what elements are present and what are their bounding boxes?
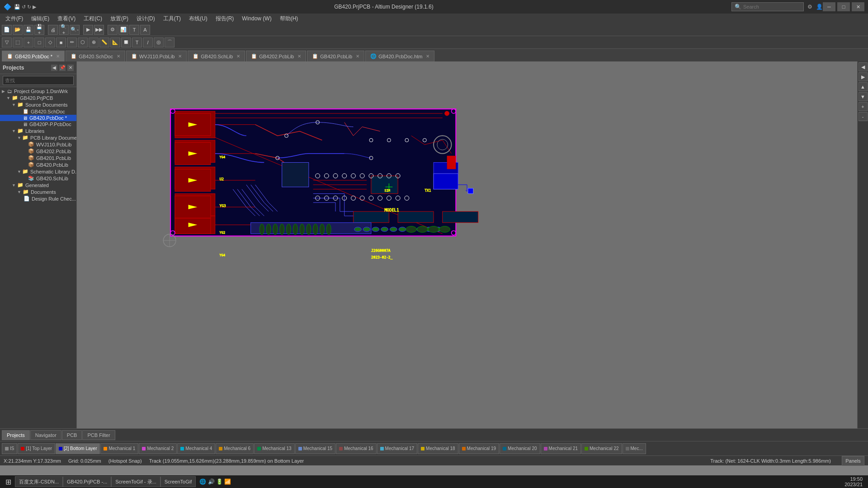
tb2-snap[interactable]: ⊕ xyxy=(89,38,99,47)
tab-gb420lib[interactable]: 📋 GB420.SchLib ✕ xyxy=(188,51,245,61)
tree-item-pcb-library-docs[interactable]: ▼📁PCB Library Docume... xyxy=(0,134,76,141)
rt-btn-5[interactable]: + xyxy=(859,102,868,111)
menu-item-edit[interactable]: 编辑(E) xyxy=(28,14,53,23)
pcb-canvas-area[interactable]: U2 YG3 YG2 YG4 YG4 SIM TX1 MODEL1 J26G00… xyxy=(77,61,857,428)
tree-item-design-rule-check[interactable]: 📄Design Rule Chec... xyxy=(0,195,76,202)
layer-tab-mech22[interactable]: Mechanical 22 xyxy=(581,443,622,454)
tb2-via[interactable]: ◎ xyxy=(154,38,164,47)
tb-saveall[interactable]: 💾+ xyxy=(34,25,44,35)
tab-close-wvj110[interactable]: ✕ xyxy=(178,54,182,59)
rt-btn-1[interactable]: ◀ xyxy=(859,62,868,71)
layer-tab-mech20[interactable]: Mechanical 20 xyxy=(500,443,540,454)
tab-close-pcbdoc[interactable]: ✕ xyxy=(56,54,60,59)
tb2-measure[interactable]: 📐 xyxy=(110,38,120,47)
tb2-fill[interactable]: ■ xyxy=(56,38,66,47)
layer-tab-mech16[interactable]: Mechanical 16 xyxy=(336,443,376,454)
tree-item-project-group[interactable]: ▶🗂Project Group 1.DsnWrk xyxy=(0,88,76,94)
tb-save[interactable]: 💾 xyxy=(24,25,33,35)
menu-item-place[interactable]: 放置(P) xyxy=(107,14,132,23)
tb-compile[interactable]: ▶ xyxy=(83,25,93,35)
tb-extra1[interactable]: ⚙ xyxy=(108,25,118,35)
rt-btn-6[interactable]: - xyxy=(859,112,868,121)
sidebar-search-input[interactable] xyxy=(3,76,74,85)
layer-tab-mech6[interactable]: Mechanical 6 xyxy=(216,443,254,454)
tb2-filter[interactable]: ▽ xyxy=(2,38,12,47)
layer-tab-mech21[interactable]: Mechanical 21 xyxy=(541,443,581,454)
settings-icon[interactable]: ⚙ xyxy=(807,4,812,10)
taskbar-item-screentogif2[interactable]: ScreenToGif xyxy=(160,476,196,487)
tree-item-gb4201-pcblib[interactable]: 📦GB4201.PcbLib xyxy=(0,155,76,161)
nav-tab-navigator[interactable]: Navigator xyxy=(30,430,61,440)
tb-extra2[interactable]: 📊 xyxy=(118,25,128,35)
rt-btn-3[interactable]: ▲ xyxy=(859,82,868,91)
tab-wvj110[interactable]: 📋 WVJ110.PcbLib ✕ xyxy=(126,51,187,61)
layer-tab-mech18[interactable]: Mechanical 18 xyxy=(418,443,458,454)
taskbar-item-screentogif[interactable]: ScreenToGif - 录... xyxy=(111,476,160,487)
tree-item-schematic-lib-docs[interactable]: ▼📁Schematic Library D... xyxy=(0,168,76,175)
tree-item-gb420-schdoc[interactable]: 📋GB420.SchDoc xyxy=(0,108,76,115)
sidebar-pin-btn[interactable]: 📌 xyxy=(59,65,66,71)
layer-tab-mech4[interactable]: Mechanical 4 xyxy=(177,443,215,454)
tree-item-gb420-prjpcb[interactable]: ▼📁GB420.PrjPCB xyxy=(0,94,76,101)
minimize-button[interactable]: ─ xyxy=(823,2,835,11)
user-icon[interactable]: 👤 xyxy=(816,4,823,10)
tree-item-wvj110-pcblib[interactable]: 📦WVJ110.PcbLib xyxy=(0,141,76,148)
search-input[interactable] xyxy=(743,4,797,9)
tb2-route[interactable]: ✏ xyxy=(67,38,77,47)
nav-tab-pcb-filter[interactable]: PCB Filter xyxy=(82,430,115,440)
tb-run[interactable]: ▶▶ xyxy=(94,25,104,35)
menu-item-report[interactable]: 报告(R) xyxy=(212,14,238,23)
layer-tab-mec-more[interactable]: Mec... xyxy=(623,443,646,454)
tab-gb420pcblib2[interactable]: 📋 GB420.PcbLib ✕ xyxy=(307,51,364,61)
sidebar-close-btn[interactable]: ✕ xyxy=(67,65,74,71)
tb2-line[interactable]: / xyxy=(143,38,153,47)
layer-tab-is[interactable]: IS xyxy=(2,443,17,454)
tb-extra4[interactable]: A xyxy=(140,25,150,35)
tab-close-schdoc[interactable]: ✕ xyxy=(117,54,120,59)
title-search-box[interactable]: 🔍 xyxy=(731,2,804,11)
tb2-rect[interactable]: □ xyxy=(34,38,44,47)
rt-btn-4[interactable]: ▼ xyxy=(859,92,868,101)
layer-tab-mech19[interactable]: Mechanical 19 xyxy=(459,443,499,454)
layer-tab-mech13[interactable]: Mechanical 13 xyxy=(254,443,294,454)
tb-zoom-in[interactable]: 🔍+ xyxy=(59,25,69,35)
tab-pcbdoc[interactable]: 📋 GB420.PcbDoc * ✕ xyxy=(2,51,65,61)
sidebar-toggle-btn[interactable]: ◀ xyxy=(51,65,57,71)
menu-item-window[interactable]: Window (W) xyxy=(238,14,275,23)
tb-zoom-out[interactable]: 🔍- xyxy=(70,25,80,35)
tb-print[interactable]: 🖨 xyxy=(48,25,58,35)
tb2-place[interactable]: 🔲 xyxy=(121,38,131,47)
rt-btn-2[interactable]: ▶ xyxy=(859,72,868,81)
taskbar-item-chrome[interactable]: 百度文库-CSDN... xyxy=(15,476,63,487)
layer-tab-mech17[interactable]: Mechanical 17 xyxy=(377,443,417,454)
tab-gb420htm[interactable]: 🌐 GB420.PcbDoc.htm ✕ xyxy=(365,51,434,61)
tree-item-libraries[interactable]: ▼📁Libraries xyxy=(0,127,76,134)
layer-tab-bottom-layer[interactable]: [2] Bottom Layer xyxy=(56,443,100,454)
layer-tab-top-layer[interactable]: [1] Top Layer xyxy=(18,443,55,454)
layer-tab-mech15[interactable]: Mechanical 15 xyxy=(295,443,335,454)
nav-tab-pcb[interactable]: PCB xyxy=(62,430,82,440)
layer-tab-mech1[interactable]: Mechanical 1 xyxy=(100,443,138,454)
tab-close-gb402pcblib[interactable]: ✕ xyxy=(297,54,301,59)
tb2-text[interactable]: T xyxy=(132,38,142,47)
restore-button[interactable]: □ xyxy=(837,2,850,11)
layer-tab-mech2[interactable]: Mechanical 2 xyxy=(139,443,177,454)
tree-item-generated[interactable]: ▼📁Generated xyxy=(0,182,76,188)
tb-new[interactable]: 📄 xyxy=(2,25,12,35)
tb2-select-all[interactable]: ⬚ xyxy=(13,38,23,47)
tree-item-gb420p-pcbdoc[interactable]: 🖥GB420P-P.PcbDoc xyxy=(0,121,76,127)
panels-button[interactable]: Panels xyxy=(842,456,864,466)
menu-item-design[interactable]: 设计(D) xyxy=(133,14,159,23)
tb-open[interactable]: 📂 xyxy=(13,25,23,35)
tb2-poly[interactable]: ◇ xyxy=(45,38,55,47)
tb2-3d[interactable]: ⬡ xyxy=(78,38,88,47)
close-button[interactable]: ✕ xyxy=(852,2,864,11)
tab-close-gb420lib[interactable]: ✕ xyxy=(236,54,240,59)
tree-item-gb420-pcblib[interactable]: 📦GB420.PcbLib xyxy=(0,161,76,168)
menu-item-view[interactable]: 查看(V) xyxy=(54,14,79,23)
menu-item-route[interactable]: 布线(U) xyxy=(185,14,211,23)
nav-tab-projects[interactable]: Projects xyxy=(2,430,30,440)
tree-item-documents[interactable]: ▼📁Documents xyxy=(0,188,76,195)
tb2-rules[interactable]: 📏 xyxy=(99,38,109,47)
tb-extra3[interactable]: T xyxy=(129,25,139,35)
